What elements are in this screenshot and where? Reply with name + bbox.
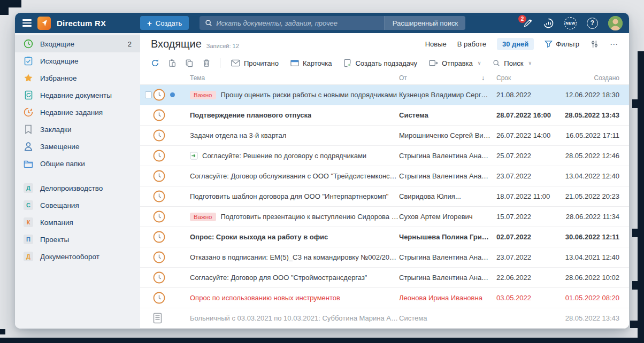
sidebar-item-bookmark-gray[interactable]: Закладки (15, 121, 140, 138)
filter-in-work[interactable]: В работе (457, 40, 486, 48)
task-from: Леонова Ирина Ивановна (399, 294, 496, 302)
sidebar-item-clock-green[interactable]: Входящие 2 (15, 35, 140, 52)
brand: Directum RX (22, 17, 140, 30)
sidebar-item-star-gold[interactable]: Избранное (15, 69, 140, 87)
sidebar-folders: Входящие 2 Исходящие Избранное Недавние … (15, 35, 140, 172)
task-type-icon (153, 211, 165, 223)
column-created[interactable]: Создано (556, 74, 629, 82)
card-button[interactable]: Карточка (286, 57, 336, 69)
filter-new[interactable]: Новые (425, 40, 447, 48)
search-input[interactable] (216, 16, 385, 30)
task-created: 21.05.2022 20:23 (556, 192, 629, 200)
table-row[interactable]: Важно Подготовить презентацию к выступле… (140, 207, 629, 227)
table-row[interactable]: Опрос: Сроки выхода на работу в офис Чер… (140, 227, 629, 247)
send-button[interactable]: Отправка ∨ (424, 57, 486, 69)
table-row[interactable]: Больничный с 03.03.2021 по 10.03.2021: С… (140, 308, 629, 329)
sidebar-item-label: Закладки (40, 126, 71, 134)
column-due[interactable]: Срок (496, 74, 556, 82)
advanced-search-button[interactable]: Расширенный поиск (385, 16, 465, 30)
sidebar-module-item[interactable]: К Компания (15, 214, 140, 231)
more-actions-icon[interactable]: ⋯ (610, 40, 618, 49)
page-header: Входящие Записей: 12 Новые В работе 30 д… (140, 33, 629, 55)
topbar-icons: 2 NEW ? (523, 16, 623, 30)
search-menu-button[interactable]: Поиск ∨ (488, 57, 536, 69)
filter-30-days[interactable]: 30 дней (497, 38, 534, 50)
sidebar-module-item[interactable]: С Совещания (15, 197, 140, 214)
task-subject: Согласуйте: Договор обслуживания с ООО "… (190, 172, 399, 180)
task-subject: Согласуйте: Решение по договору с подряд… (202, 152, 366, 160)
sidebar-module-item[interactable]: Д Документооборот (15, 248, 140, 265)
table-row[interactable]: Подтверждение планового отпуска Система … (140, 105, 629, 126)
user-avatar[interactable] (608, 16, 623, 30)
task-list: Важно Прошу оценить риски работы с новым… (140, 85, 629, 329)
module-label: Делопроизводство (40, 184, 103, 192)
app-window: Directum RX + Создать Расширенный поиск … (15, 13, 629, 329)
create-subtask-button[interactable]: Создать подзадачу (339, 57, 422, 69)
task-from: Система (399, 314, 496, 322)
sidebar-item-folder-blue[interactable]: Общие папки (15, 155, 140, 172)
task-due: 23.07.2022 (496, 253, 556, 261)
sidebar-module-item[interactable]: Д Делопроизводство (15, 180, 140, 197)
sort-descending-icon[interactable]: ↓ (481, 74, 485, 82)
top-bar: Directum RX + Создать Расширенный поиск … (15, 13, 629, 33)
decor-right-tooth-2 (632, 229, 638, 237)
search-menu-label: Поиск (504, 59, 523, 67)
refresh-icon[interactable] (148, 57, 163, 69)
page-title: Входящие (151, 38, 202, 50)
filter-button[interactable]: Фильтр (545, 40, 579, 48)
table-row[interactable]: Важно Прошу оценить риски работы с новым… (140, 85, 629, 105)
main-panel: Входящие Записей: 12 Новые В работе 30 д… (140, 33, 629, 329)
view-settings-icon[interactable] (590, 40, 599, 49)
task-created: 16.05.2022 17:11 (556, 131, 629, 139)
analytics-icon[interactable] (543, 18, 554, 29)
sidebar: Входящие 2 Исходящие Избранное Недавние … (15, 33, 140, 329)
row-checkbox[interactable] (145, 91, 152, 98)
sidebar-item-clock-orange[interactable]: Недавние задания (15, 104, 140, 121)
task-type-icon (153, 170, 165, 182)
sidebar-item-doc-teal[interactable]: Недавние документы (15, 87, 140, 104)
table-row[interactable]: Опрос по использованию новых инструменто… (140, 288, 629, 308)
sidebar-item-clipboard-blue[interactable]: Исходящие (15, 52, 140, 69)
sidebar-item-person-blue[interactable]: Замещение (15, 138, 140, 155)
table-row[interactable]: Согласуйте: Договор обслуживания с ООО "… (140, 166, 629, 186)
sidebar-item-label: Замещение (40, 143, 79, 151)
card-label: Карточка (303, 59, 332, 67)
task-due: 03.05.2022 (496, 294, 556, 302)
column-subject[interactable]: Тема (185, 74, 399, 82)
create-button[interactable]: + Создать (140, 16, 189, 30)
toolbar: Прочитано Карточка Создать подзадачу Отп… (140, 55, 629, 71)
card-icon (290, 59, 299, 67)
help-icon[interactable]: ? (587, 18, 598, 29)
mark-read-button[interactable]: Прочитано (226, 57, 283, 69)
task-created: 28.05.2022 13:43 (556, 314, 629, 322)
sidebar-item-label: Недавние задания (40, 108, 103, 116)
table-row[interactable]: Подготовить шаблон договора для ООО "Инт… (140, 186, 629, 207)
task-subject: Согласуйте: Договор для ООО "Строймостра… (190, 274, 367, 282)
task-created: 28.06.2022 10:02 (556, 274, 629, 282)
delete-icon[interactable] (199, 57, 214, 69)
table-row[interactable]: Задачи отдела на 3-й квартал Мирошниченк… (140, 126, 629, 146)
paste-icon[interactable] (165, 57, 180, 69)
table-row[interactable]: Отказано в подписании: ЕМ(5)_СЗ на коман… (140, 247, 629, 268)
sidebar-module-item[interactable]: П Проекты (15, 231, 140, 248)
table-row[interactable]: Согласуйте: Решение по договору с подряд… (140, 146, 629, 166)
task-from: Чернышева Полина Григор... (399, 233, 496, 241)
edit-notifications-icon[interactable]: 2 (523, 18, 533, 28)
hamburger-menu-icon[interactable] (22, 19, 32, 26)
module-letter-icon: Д (24, 183, 33, 193)
decor-top-left-block (0, 0, 21, 7)
sidebar-item-label: Недавние документы (40, 91, 112, 99)
copy-icon[interactable] (182, 57, 197, 69)
plus-icon: + (147, 19, 152, 27)
create-subtask-label: Создать подзадачу (355, 59, 417, 67)
search-icon (205, 19, 212, 27)
task-due: 26.07.2022 14:00 (496, 131, 556, 139)
whats-new-icon[interactable]: NEW (564, 17, 577, 29)
table-row[interactable]: Согласуйте: Договор для ООО "Строймостра… (140, 268, 629, 288)
task-from: Свиридова Юлия... (399, 192, 496, 200)
table-header: Тема От ↓ Срок Создано (140, 71, 629, 85)
task-type-icon (153, 271, 165, 284)
task-subject: Подтверждение планового отпуска (190, 111, 311, 119)
task-due: 25.07.2022 (496, 152, 556, 160)
column-from[interactable]: От ↓ (399, 74, 496, 82)
